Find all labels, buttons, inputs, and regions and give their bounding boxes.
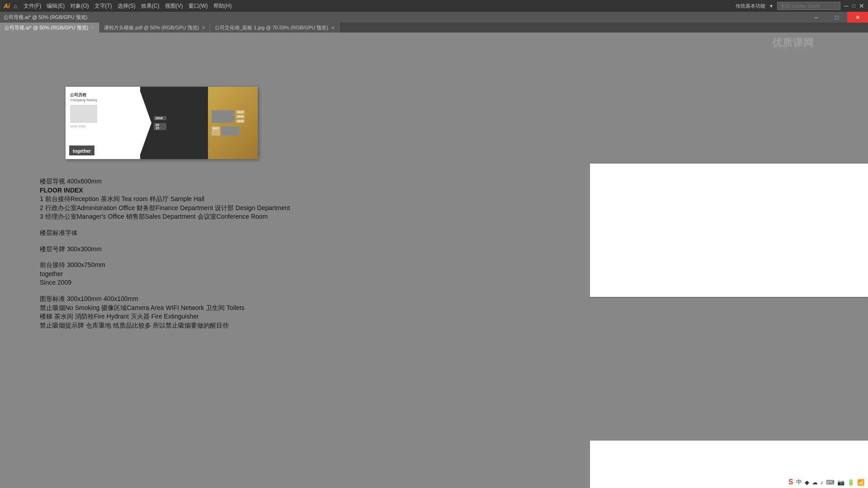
floor-index-2: 2 行政办公室Administration Office 财务部Finance … bbox=[40, 204, 290, 213]
preview-gold-row2: 2017 bbox=[212, 127, 254, 136]
tab-gongsi-daoshi[interactable]: 公司导视.ai* @ 50% (RGB/GPU 预览) ✕ bbox=[0, 23, 99, 33]
section-reception: 前台接待 3000x750mm together Since 2009 bbox=[40, 261, 290, 287]
menu-edit[interactable]: 编辑(E) bbox=[44, 1, 67, 11]
preview-gold-section: 2020 2018 2019 2017 bbox=[208, 87, 258, 159]
menu-bar-right: 传统基本功能 ▼ ─ □ ✕ bbox=[736, 2, 864, 10]
keyboard-icon[interactable]: ⌨ bbox=[826, 479, 835, 486]
document-preview: 公司历程 Company history since 2008 2016 201… bbox=[66, 87, 258, 159]
home-icon[interactable]: ⌂ bbox=[14, 3, 17, 9]
preview-year-2019: 2019 bbox=[236, 119, 245, 123]
adobe-stock-search[interactable] bbox=[777, 2, 840, 10]
title-controls: ─ □ ✕ bbox=[806, 12, 868, 23]
tab-label-3: 公司文化墙_面板 1.jpg @ 70.59% (RGB/GPU 预览) bbox=[215, 24, 328, 31]
standard-font: 楼层标准字体 bbox=[40, 229, 290, 238]
preview-title-cn: 公司历程 bbox=[70, 92, 147, 98]
preview-together-text: together bbox=[73, 149, 91, 154]
preview-photo-top bbox=[212, 110, 234, 123]
doc-restore-button[interactable]: □ bbox=[826, 12, 847, 23]
tab-close-3[interactable]: ✕ bbox=[331, 25, 335, 30]
preview-since: since 2008 bbox=[70, 125, 147, 128]
menu-window[interactable]: 窗口(W) bbox=[186, 1, 211, 11]
tab-close-1[interactable]: ✕ bbox=[91, 25, 94, 30]
tab-label-1: 公司导视.ai* @ 50% (RGB/GPU 预览) bbox=[5, 24, 88, 31]
white-panel-lower: S 中 ◆ ☁ ♪ ⌨ 📷 🔋 📶 bbox=[590, 441, 868, 488]
menu-view[interactable]: 视图(V) bbox=[162, 1, 186, 11]
preview-left-content: 公司历程 Company history since 2008 bbox=[66, 87, 151, 133]
graphics-note: 禁止吸烟提示牌 仓库重地 纸质品比较多 所以禁止吸烟要做的醒目些 bbox=[40, 321, 290, 330]
window-restore-icon[interactable]: □ bbox=[852, 3, 855, 9]
section-floor-index: 楼层导视 400x600mm FLOOR INDEX 1 前台接待Recepti… bbox=[40, 177, 290, 221]
camera-icon: 📷 bbox=[837, 479, 844, 486]
preview-together-label: together bbox=[69, 145, 94, 155]
main-text-area: 楼层导视 400x600mm FLOOR INDEX 1 前台接待Recepti… bbox=[40, 177, 290, 337]
menu-object[interactable]: 对象(O) bbox=[67, 1, 91, 11]
preview-photo-bottom bbox=[221, 127, 239, 136]
menu-bar: Ai ⌂ 文件(F) 编辑(E) 对象(O) 文字(T) 选择(S) 效果(C)… bbox=[0, 0, 868, 12]
tab-label-2: 课程片头模板.pdf @ 50% (RGB/GPU 预览) bbox=[104, 24, 199, 31]
system-tray: S 中 ◆ ☁ ♪ ⌨ 📷 🔋 📶 bbox=[788, 478, 864, 486]
preview-year-2016: 2016 bbox=[154, 116, 166, 120]
menu-file[interactable]: 文件(F) bbox=[21, 1, 44, 11]
preview-gold-row1: 2020 2018 2019 bbox=[212, 110, 254, 123]
network-icon: 📶 bbox=[857, 479, 864, 486]
floor-index-1: 1 前台接待Reception 茶水间 Tea room 样品厅 Sample … bbox=[40, 195, 290, 204]
input-method-icon[interactable]: 中 bbox=[796, 478, 802, 486]
preview-photo1 bbox=[70, 105, 97, 123]
preview-year-2018: 2018 bbox=[236, 115, 245, 118]
floor-index-title: 楼层导视 400x600mm bbox=[40, 177, 290, 186]
workspace-label: 传统基本功能 bbox=[736, 3, 765, 9]
section-font: 楼层标准字体 bbox=[40, 229, 290, 238]
title-bar: 公司导视.ai* @ 50% (RGB/GPU 预览) ─ □ ✕ bbox=[0, 12, 868, 23]
preview-years-right: 2020 2018 2019 bbox=[236, 110, 245, 123]
document-tab-bar: 公司导视.ai* @ 50% (RGB/GPU 预览) ✕ 课程片头模板.pdf… bbox=[0, 23, 868, 33]
tab-kecheng[interactable]: 课程片头模板.pdf @ 50% (RGB/GPU 预览) ✕ bbox=[99, 23, 210, 33]
ai-logo: Ai bbox=[4, 2, 10, 9]
chevron-down-icon[interactable]: ▼ bbox=[769, 4, 774, 9]
preview-year-2017: 2017 bbox=[212, 127, 220, 136]
sougou-icon[interactable]: S bbox=[788, 478, 793, 486]
reception-together: together bbox=[40, 270, 290, 279]
white-panel-upper bbox=[590, 164, 868, 297]
cloud-icon[interactable]: ☁ bbox=[812, 479, 818, 486]
graphics-size: 图形标准 300x100mm 400x100mm bbox=[40, 295, 290, 304]
menu-bar-left: Ai ⌂ 文件(F) 编辑(E) 对象(O) 文字(T) 选择(S) 效果(C)… bbox=[4, 1, 235, 11]
preview-inner: 公司历程 Company history since 2008 2016 201… bbox=[66, 87, 258, 159]
diamond-icon: ◆ bbox=[805, 479, 809, 486]
floor-index-en: FLOOR INDEX bbox=[40, 186, 290, 195]
preview-title-en: Company history bbox=[70, 98, 147, 102]
window-minimize-icon[interactable]: ─ bbox=[844, 2, 849, 9]
floor-index-3: 3 经理办公室Manager's Office 销售部Sales Departm… bbox=[40, 212, 290, 221]
menu-select[interactable]: 选择(S) bbox=[115, 1, 138, 11]
preview-year-2020: 2020 bbox=[236, 110, 245, 114]
reception-since: Since 2009 bbox=[40, 278, 290, 287]
menu-effect[interactable]: 效果(C) bbox=[138, 1, 162, 11]
preview-year-2015: 2015 bbox=[154, 123, 166, 130]
doc-minimize-button[interactable]: ─ bbox=[806, 12, 826, 23]
floor-sign-size: 楼层号牌 300x300mm bbox=[40, 245, 290, 254]
menu-text[interactable]: 文字(T) bbox=[92, 1, 115, 11]
section-floor-sign: 楼层号牌 300x300mm bbox=[40, 245, 290, 254]
reception-size: 前台接待 3000x750mm bbox=[40, 261, 290, 270]
graphics-signs: 禁止吸烟No Smoking 摄像区域Camera Area WIFI Netw… bbox=[40, 304, 290, 313]
mic-icon[interactable]: ♪ bbox=[821, 479, 824, 486]
window-close-icon[interactable]: ✕ bbox=[859, 2, 864, 9]
document-title: 公司导视.ai* @ 50% (RGB/GPU 预览) bbox=[4, 14, 87, 21]
battery-icon: 🔋 bbox=[847, 479, 854, 486]
tab-close-2[interactable]: ✕ bbox=[202, 25, 205, 30]
graphics-items: 楼梯 茶水间 消防栓Fire Hydrant 灭火器 Fire Extingui… bbox=[40, 312, 290, 321]
section-graphics: 图形标准 300x100mm 400x100mm 禁止吸烟No Smoking … bbox=[40, 295, 290, 330]
tab-wenhua[interactable]: 公司文化墙_面板 1.jpg @ 70.59% (RGB/GPU 预览) ✕ bbox=[210, 23, 340, 33]
watermark: 优质课网 bbox=[772, 36, 814, 50]
menu-help[interactable]: 帮助(H) bbox=[211, 1, 235, 11]
preview-gold-content: 2020 2018 2019 2017 bbox=[208, 87, 258, 159]
doc-close-button[interactable]: ✕ bbox=[847, 12, 868, 23]
canvas-area: 优质课网 公司历程 Company history since 2008 201… bbox=[0, 33, 868, 488]
